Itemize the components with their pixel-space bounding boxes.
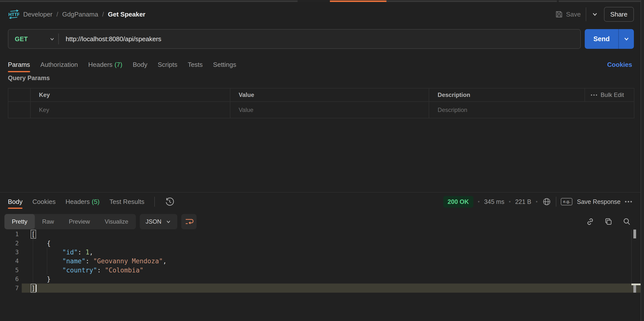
tab-body-label: Body: [132, 61, 147, 69]
response-tabs: Body Cookies Headers(5) Test Results: [8, 192, 174, 211]
response-tab-cookies-label: Cookies: [32, 198, 56, 206]
code-line-content: {: [22, 239, 640, 248]
breadcrumb-separator: /: [56, 10, 58, 18]
tab-tests-label: Tests: [188, 61, 203, 69]
tab-settings[interactable]: Settings: [213, 55, 236, 74]
copy-icon[interactable]: [604, 217, 613, 226]
more-options-icon: [591, 94, 597, 96]
bulk-edit-button[interactable]: Bulk Edit: [584, 89, 634, 101]
line-number: 5: [0, 267, 22, 274]
tab-authorization-label: Authorization: [40, 61, 78, 69]
select-all-cell[interactable]: [8, 89, 30, 101]
response-tabs-divider: [154, 197, 155, 207]
wrap-lines-button[interactable]: [181, 214, 196, 229]
language-label: JSON: [146, 218, 162, 225]
tab-authorization[interactable]: Authorization: [40, 55, 78, 74]
tab-body[interactable]: Body: [132, 55, 147, 74]
language-selector[interactable]: JSON: [140, 214, 177, 229]
bulk-edit-label: Bulk Edit: [600, 91, 624, 98]
save-response-button[interactable]: Save Response: [577, 198, 620, 205]
view-mode-visualize[interactable]: Visualize: [97, 214, 136, 229]
code-line-content: ]: [22, 284, 640, 292]
response-tool-icons: [586, 214, 631, 229]
share-button[interactable]: Share: [604, 7, 634, 22]
tab-strip-gap: [298, 0, 330, 2]
save-icon: [555, 10, 563, 18]
header-actions: Save Share: [555, 2, 634, 26]
response-tab-test-results-label: Test Results: [110, 198, 144, 206]
response-more-options-icon[interactable]: [625, 201, 632, 202]
response-tab-body[interactable]: Body: [8, 192, 22, 211]
response-tab-test-results[interactable]: Test Results: [110, 192, 144, 211]
response-time: 345 ms: [484, 198, 504, 205]
breadcrumb-workspace[interactable]: Developer: [23, 10, 52, 18]
tab-tests[interactable]: Tests: [188, 55, 203, 74]
code-line: 6 }: [0, 275, 640, 284]
save-example-icon: e.g.: [561, 198, 572, 205]
column-header-key: Key: [30, 89, 230, 101]
send-button[interactable]: Send: [585, 29, 634, 49]
network-globe-icon[interactable]: [542, 197, 552, 206]
code-line: 4 "name": "Geovanny Mendoza",: [0, 257, 640, 266]
code-editor[interactable]: 1[2 {3 "id": 1,4 "name": "Geovanny Mendo…: [0, 230, 640, 293]
send-options-chevron-icon[interactable]: [619, 29, 634, 49]
indent-guide: [33, 239, 33, 283]
minimap-border: [632, 230, 632, 293]
tab-scripts[interactable]: Scripts: [158, 55, 177, 74]
response-meta: 200 OK • 345 ms • 221 B • e.g. Save Resp…: [443, 192, 632, 211]
line-number: 4: [0, 258, 22, 265]
view-mode-preview[interactable]: Preview: [62, 214, 97, 229]
method-url-divider: [58, 33, 59, 44]
response-tab-headers[interactable]: Headers(5): [66, 192, 100, 211]
scrollbar-thumb[interactable]: [634, 230, 636, 238]
language-chevron-icon: [166, 219, 171, 225]
tab-params[interactable]: Params: [8, 55, 30, 74]
tab-headers-label: Headers: [88, 61, 112, 69]
url-input[interactable]: http://localhost:8080/api/speakers: [66, 35, 161, 43]
code-line-content: "name": "Geovanny Mendoza",: [22, 257, 640, 266]
response-tab-body-label: Body: [8, 198, 22, 206]
save-button[interactable]: Save: [555, 10, 580, 18]
view-mode-raw[interactable]: Raw: [35, 214, 62, 229]
method-label: GET: [15, 35, 28, 43]
request-url-bar: GET http://localhost:8080/api/speakers: [8, 29, 581, 49]
tab-settings-label: Settings: [213, 61, 236, 69]
meta-dot: •: [478, 198, 480, 205]
response-size: 221 B: [515, 198, 531, 205]
line-number: 7: [0, 285, 22, 292]
link-icon[interactable]: [586, 217, 594, 226]
tab-scripts-label: Scripts: [158, 61, 177, 69]
breadcrumb-separator: /: [102, 10, 104, 18]
cookies-link[interactable]: Cookies: [607, 55, 632, 74]
tab-strip-gap2: [557, 0, 559, 2]
description-input[interactable]: Description: [429, 102, 634, 118]
method-selector[interactable]: GET: [8, 35, 55, 43]
send-label[interactable]: Send: [585, 29, 618, 49]
meta-dot: •: [509, 198, 511, 205]
save-options-chevron-icon[interactable]: [591, 10, 598, 18]
headers-count: (7): [114, 61, 122, 69]
search-icon[interactable]: [622, 217, 631, 226]
breadcrumb-request-name[interactable]: Get Speaker: [108, 10, 146, 18]
response-tab-headers-label: Headers: [66, 198, 90, 206]
line-number: 1: [0, 231, 22, 238]
svg-text:HTTP: HTTP: [8, 12, 19, 17]
meta-dot: •: [536, 198, 538, 205]
key-input[interactable]: Key: [30, 102, 230, 118]
response-tab-cookies[interactable]: Cookies: [32, 192, 56, 211]
view-mode-group: Pretty Raw Preview Visualize: [4, 214, 136, 229]
code-line-content: "country": "Colombia": [22, 266, 640, 275]
response-history-icon[interactable]: [165, 197, 174, 207]
row-select-cell[interactable]: [8, 102, 30, 118]
value-input[interactable]: Value: [230, 102, 429, 118]
indent-guide: [47, 248, 47, 274]
breadcrumb-collection[interactable]: GdgPanama: [62, 10, 98, 18]
view-mode-pretty[interactable]: Pretty: [4, 214, 35, 229]
overview-thumb[interactable]: [634, 285, 636, 293]
method-chevron-icon: [49, 36, 55, 42]
code-line: 3 "id": 1,: [0, 248, 640, 257]
share-label: Share: [610, 10, 628, 18]
tab-params-label: Params: [8, 61, 30, 69]
query-params-title: Query Params: [8, 73, 50, 82]
tab-headers[interactable]: Headers(7): [88, 55, 122, 74]
